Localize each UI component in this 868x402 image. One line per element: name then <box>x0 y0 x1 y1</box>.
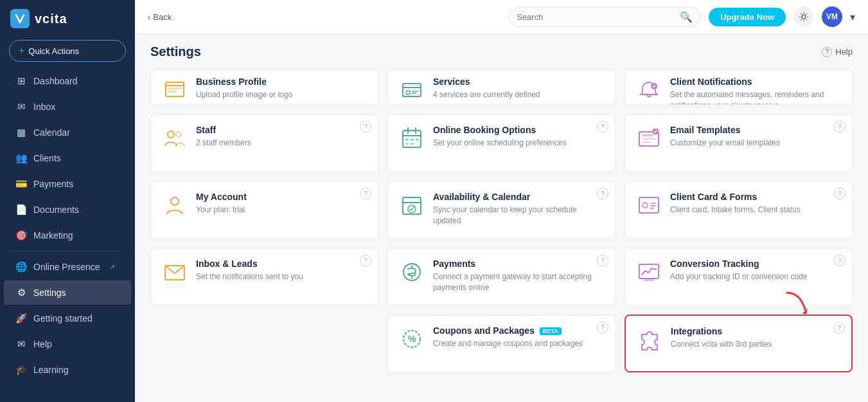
arrow-annotation <box>781 290 813 321</box>
sidebar-item-label: Marketing <box>33 230 73 241</box>
sidebar-item-marketing[interactable]: 🎯 Marketing <box>4 223 131 248</box>
card-integrations[interactable]: ? Integrations Connect vcita with 3rd pa… <box>624 315 853 372</box>
svg-rect-39 <box>644 279 654 281</box>
svg-rect-4 <box>168 91 177 93</box>
card-my-account[interactable]: ? My Account Your plan: trial <box>150 181 378 239</box>
card-content: Client Notifications Set the automated m… <box>635 77 842 105</box>
logo-icon <box>10 9 30 28</box>
search-input[interactable] <box>517 12 676 22</box>
rocket-icon: 🚀 <box>15 313 27 324</box>
card-content: Online Booking Options Set your online s… <box>398 125 605 152</box>
card-help-icon[interactable]: ? <box>597 188 608 199</box>
card-conversion-tracking[interactable]: ? Conversion Tracking Add your tracking … <box>624 248 853 306</box>
profile-icon <box>161 77 188 104</box>
card-help-icon[interactable]: ? <box>834 188 846 199</box>
svg-point-11 <box>168 131 174 138</box>
svg-point-0 <box>802 15 806 19</box>
user-avatar[interactable]: VM <box>822 6 842 27</box>
card-payments[interactable]: ? Payments Connect a payment gateway to … <box>387 248 616 306</box>
card-content: Integrations Connect vcita with 3rd part… <box>636 326 841 353</box>
back-label: Back <box>153 12 172 22</box>
card-help-icon[interactable]: ? <box>833 322 845 334</box>
client-card-icon <box>635 192 662 219</box>
card-online-booking[interactable]: ? <box>387 114 616 172</box>
card-title: Payments <box>433 259 605 269</box>
quick-actions-button[interactable]: + Quick Actions <box>9 40 126 62</box>
card-help-icon[interactable]: ? <box>360 121 371 132</box>
card-text: Inbox & Leads Set the notifications sent… <box>196 259 303 282</box>
help-button[interactable]: ? Help <box>822 47 853 57</box>
card-text: Business Profile Upload profile image or… <box>196 77 292 100</box>
card-inbox-leads[interactable]: ? Inbox & Leads Set the notifications se… <box>150 248 378 306</box>
svg-rect-5 <box>403 84 421 96</box>
card-help-icon[interactable]: ? <box>597 121 608 132</box>
card-text: Coupons and Packages BETA Create and man… <box>433 325 583 349</box>
card-description: Client card, Intake forms, Client status <box>670 205 801 215</box>
plus-icon: + <box>19 45 24 57</box>
logo-text: vcita <box>35 12 67 26</box>
sidebar-item-help[interactable]: ✉ Help <box>4 332 131 356</box>
svg-rect-3 <box>168 87 182 89</box>
card-title: Email Templates <box>670 125 780 135</box>
sidebar-item-documents[interactable]: 📄 Documents <box>4 197 131 222</box>
card-content: Client Card & Forms Client card, Intake … <box>635 192 842 219</box>
card-profile[interactable]: Business Profile Upload profile image or… <box>150 69 378 105</box>
card-notifications[interactable]: Client Notifications Set the automated m… <box>624 69 853 105</box>
card-staff[interactable]: ? Staff 2 staff members <box>150 114 378 172</box>
card-content: Payments Connect a payment gateway to st… <box>398 259 605 293</box>
card-help-icon[interactable]: ? <box>597 255 608 266</box>
search-icon: 🔍 <box>680 11 693 23</box>
svg-rect-25 <box>642 142 651 143</box>
card-availability[interactable]: ? Availability & Calendar Sync your cale… <box>387 181 616 239</box>
card-description: 4 services are currently defined <box>433 89 540 100</box>
back-button[interactable]: ‹ Back <box>148 12 172 22</box>
svg-rect-19 <box>416 138 419 141</box>
search-bar[interactable]: 🔍 <box>508 7 701 27</box>
card-services[interactable]: Services 4 services are currently define… <box>387 69 616 105</box>
sidebar-item-inbox[interactable]: ✉ Inbox <box>4 95 131 119</box>
help-icon: ✉ <box>15 338 27 350</box>
learning-icon: 🎓 <box>15 364 27 376</box>
card-description: Set your online scheduling preferences <box>433 138 566 149</box>
sidebar-item-getting-started[interactable]: 🚀 Getting started <box>4 306 131 331</box>
external-link-icon: ↗ <box>109 263 115 271</box>
card-content: Inbox & Leads Set the notifications sent… <box>161 259 368 286</box>
notifications-icon <box>635 77 662 104</box>
card-text: My Account Your plan: trial <box>196 192 247 215</box>
sidebar-item-calendar[interactable]: ▦ Calendar <box>4 120 131 145</box>
payments-card-icon <box>398 259 425 286</box>
sidebar-item-label: Getting started <box>33 313 93 324</box>
card-help-icon[interactable]: ? <box>597 322 608 333</box>
svg-text:%: % <box>408 334 416 344</box>
sidebar-item-settings[interactable]: ⚙ Settings <box>4 280 131 305</box>
sidebar-item-dashboard[interactable]: ⊞ Dashboard <box>4 69 131 93</box>
sidebar-item-clients[interactable]: 👥 Clients <box>4 146 131 170</box>
chevron-down-icon[interactable]: ▾ <box>850 11 855 23</box>
card-content: Services 4 services are currently define… <box>398 77 605 104</box>
sidebar-item-payments[interactable]: 💳 Payments <box>4 172 131 196</box>
sidebar-item-label: Dashboard <box>33 76 78 86</box>
svg-rect-17 <box>405 138 409 141</box>
upgrade-button[interactable]: Upgrade Now <box>709 8 786 26</box>
sidebar-item-online-presence[interactable]: 🌐 Online Presence ↗ <box>4 255 131 279</box>
sidebar-item-learning[interactable]: 🎓 Learning <box>4 358 131 382</box>
coupons-icon: % <box>398 325 425 352</box>
card-coupons[interactable]: ? % Coupons and Packages BETA Create and… <box>387 315 616 372</box>
card-title: Inbox & Leads <box>196 259 303 269</box>
card-help-icon[interactable]: ? <box>834 255 846 266</box>
card-title: Client Notifications <box>670 77 842 87</box>
card-description: Your plan: trial <box>196 205 247 215</box>
staff-icon <box>161 125 188 152</box>
card-email-templates[interactable]: ? Email Templates <box>624 114 853 172</box>
sidebar-item-label: Settings <box>33 288 66 298</box>
card-text: Conversion Tracking Add your tracking ID… <box>670 259 807 282</box>
card-help-icon[interactable]: ? <box>834 121 846 132</box>
card-help-icon[interactable]: ? <box>360 188 371 199</box>
inbox-icon: ✉ <box>15 101 27 113</box>
card-description: Set the automated messages, reminders an… <box>670 89 842 105</box>
card-client-card[interactable]: ? Client Card & Forms Client card <box>624 181 853 239</box>
card-help-icon[interactable]: ? <box>360 255 371 266</box>
clients-icon: 👥 <box>15 152 27 164</box>
card-description: Upload profile image or logo <box>196 89 292 100</box>
account-settings-icon[interactable] <box>793 6 814 27</box>
